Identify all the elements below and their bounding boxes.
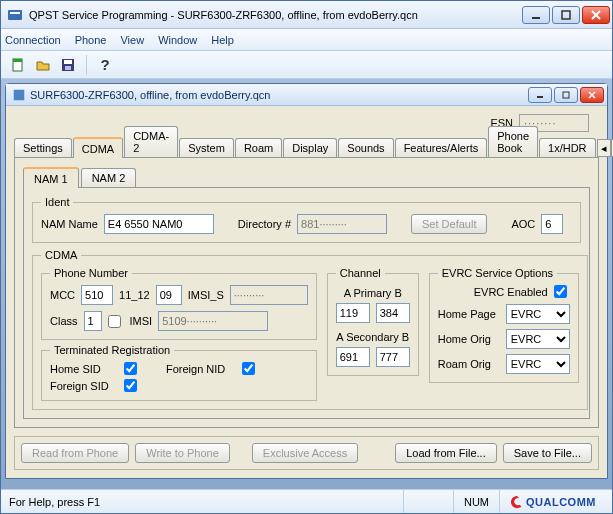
menu-phone[interactable]: Phone: [75, 34, 107, 46]
roam-orig-select[interactable]: EVRC: [506, 354, 570, 374]
svg-rect-9: [64, 60, 72, 64]
tab-cdma2[interactable]: CDMA-2: [124, 126, 178, 157]
aoc-input[interactable]: [541, 214, 563, 234]
svg-rect-7: [13, 59, 22, 62]
m1112-input[interactable]: [156, 285, 182, 305]
mcc-label: MCC: [50, 289, 75, 301]
secondary-a-input[interactable]: [336, 347, 370, 367]
nam-name-input[interactable]: [104, 214, 214, 234]
menu-view[interactable]: View: [120, 34, 144, 46]
ident-legend: Ident: [41, 196, 73, 208]
directory-label: Directory #: [238, 218, 291, 230]
tab-nam2[interactable]: NAM 2: [81, 168, 137, 187]
save-to-file-button[interactable]: Save to File...: [503, 443, 592, 463]
roam-orig-label: Roam Orig: [438, 358, 500, 370]
home-page-select[interactable]: EVRC: [506, 304, 570, 324]
statusbar: For Help, press F1 NUM QUALCOMM: [1, 489, 612, 513]
close-button[interactable]: [582, 6, 610, 24]
imsis-label: IMSI_S: [188, 289, 224, 301]
nam-tabstrip: NAM 1 NAM 2: [23, 166, 590, 188]
directory-input[interactable]: [297, 214, 387, 234]
svg-line-15: [589, 92, 595, 98]
foreign-sid-checkbox[interactable]: [124, 379, 137, 392]
doc-restore-button[interactable]: [554, 87, 578, 103]
evrc-enabled-checkbox[interactable]: [554, 285, 567, 298]
primary-label: A Primary B: [336, 287, 410, 299]
imsi-label: IMSI: [130, 315, 153, 327]
exclusive-access-button[interactable]: Exclusive Access: [252, 443, 358, 463]
maximize-button[interactable]: [552, 6, 580, 24]
nam1-panel: Ident NAM Name Directory # Set Default: [23, 188, 590, 419]
toolbar-separator: [86, 55, 87, 75]
foreign-nid-checkbox[interactable]: [242, 362, 255, 375]
tab-hdr[interactable]: 1x/HDR: [539, 138, 596, 157]
imsi-checkbox[interactable]: [108, 315, 121, 328]
home-orig-select[interactable]: EVRC: [506, 329, 570, 349]
terminated-reg-legend: Terminated Registration: [50, 344, 174, 356]
class-label: Class: [50, 315, 78, 327]
mcc-input[interactable]: [81, 285, 113, 305]
svg-rect-1: [10, 12, 20, 14]
tab-scroll-left-icon[interactable]: ◂: [597, 139, 611, 157]
minimize-button[interactable]: [522, 6, 550, 24]
home-sid-label: Home SID: [50, 363, 118, 375]
evrc-enabled-label: EVRC Enabled: [474, 286, 548, 298]
app-window: QPST Service Programming - SURF6300-ZRF6…: [0, 0, 613, 514]
doc-minimize-button[interactable]: [528, 87, 552, 103]
tab-cdma[interactable]: CDMA: [73, 137, 123, 158]
cdma-legend: CDMA: [41, 249, 81, 261]
primary-b-input[interactable]: [376, 303, 410, 323]
menu-window[interactable]: Window: [158, 34, 197, 46]
read-from-phone-button[interactable]: Read from Phone: [21, 443, 129, 463]
tab-nam1[interactable]: NAM 1: [23, 167, 79, 188]
tab-settings[interactable]: Settings: [14, 138, 72, 157]
menu-help[interactable]: Help: [211, 34, 234, 46]
channel-legend: Channel: [336, 267, 385, 279]
document-icon: [12, 88, 26, 102]
svg-rect-3: [562, 11, 570, 19]
app-icon: [7, 7, 23, 23]
window-title: QPST Service Programming - SURF6300-ZRF6…: [29, 9, 522, 21]
evrc-legend: EVRC Service Options: [438, 267, 557, 279]
svg-rect-13: [563, 92, 569, 98]
menu-connection[interactable]: Connection: [5, 34, 61, 46]
open-folder-icon[interactable]: [32, 54, 54, 76]
ident-group: Ident NAM Name Directory # Set Default: [32, 196, 581, 243]
phone-number-legend: Phone Number: [50, 267, 132, 279]
toolbar: ?: [1, 51, 612, 79]
svg-line-5: [592, 11, 600, 19]
m1112-label: 11_12: [119, 289, 150, 301]
document-window: SURF6300-ZRF6300, offline, from evdoBerr…: [5, 83, 608, 479]
imsi-input[interactable]: [158, 311, 268, 331]
load-from-file-button[interactable]: Load from File...: [395, 443, 496, 463]
imsis-input[interactable]: [230, 285, 308, 305]
qualcomm-logo: QUALCOMM: [510, 495, 596, 509]
doc-close-button[interactable]: [580, 87, 604, 103]
cdma-group: CDMA Phone Number MCC: [32, 249, 588, 410]
svg-rect-0: [8, 10, 22, 20]
secondary-label: A Secondary B: [336, 331, 410, 343]
write-to-phone-button[interactable]: Write to Phone: [135, 443, 230, 463]
terminated-reg-group: Terminated Registration Home SID Foreign…: [41, 344, 317, 401]
svg-rect-10: [65, 66, 71, 70]
foreign-sid-label: Foreign SID: [50, 380, 118, 392]
tab-system[interactable]: System: [179, 138, 234, 157]
home-sid-checkbox[interactable]: [124, 362, 137, 375]
set-default-button[interactable]: Set Default: [411, 214, 487, 234]
new-file-icon[interactable]: [7, 54, 29, 76]
home-orig-label: Home Orig: [438, 333, 500, 345]
evrc-group: EVRC Service Options EVRC Enabled Home P…: [429, 267, 579, 383]
secondary-b-input[interactable]: [376, 347, 410, 367]
save-icon[interactable]: [57, 54, 79, 76]
tab-roam[interactable]: Roam: [235, 138, 282, 157]
class-input[interactable]: [84, 311, 102, 331]
help-icon[interactable]: ?: [94, 54, 116, 76]
tab-sounds[interactable]: Sounds: [338, 138, 393, 157]
document-title: SURF6300-ZRF6300, offline, from evdoBerr…: [30, 89, 528, 101]
primary-a-input[interactable]: [336, 303, 370, 323]
tab-features[interactable]: Features/Alerts: [395, 138, 488, 157]
tab-display[interactable]: Display: [283, 138, 337, 157]
document-titlebar: SURF6300-ZRF6300, offline, from evdoBerr…: [6, 84, 607, 106]
svg-rect-11: [14, 89, 25, 100]
tab-phonebook[interactable]: Phone Book: [488, 126, 538, 157]
